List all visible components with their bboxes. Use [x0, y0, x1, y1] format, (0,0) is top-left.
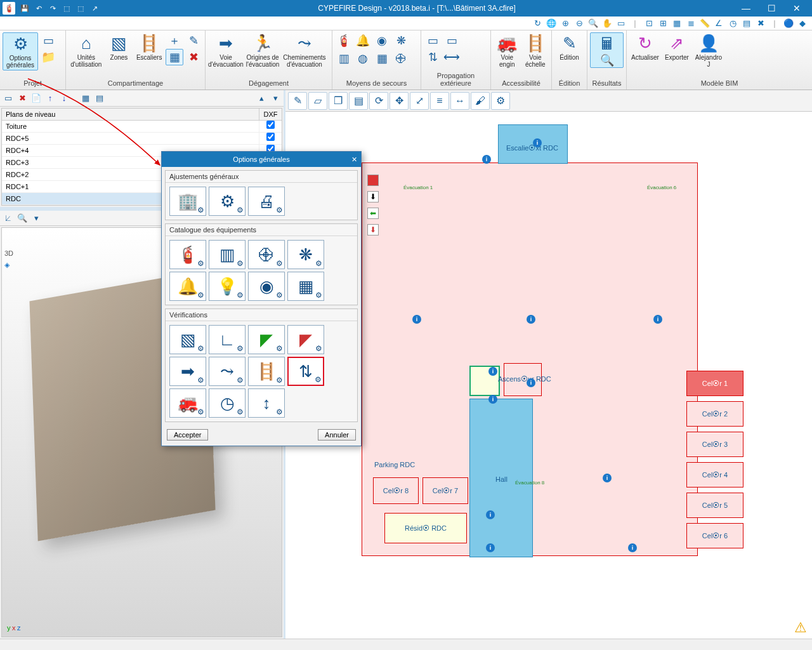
view-more-icon[interactable]: ▾: [30, 213, 42, 224]
view-cube-icon[interactable]: ◈: [4, 261, 13, 269]
user-button[interactable]: 👤Alejandro J: [693, 32, 724, 69]
qat-save-icon[interactable]: 💾: [19, 3, 30, 14]
settings-icon[interactable]: ⚙: [491, 92, 510, 110]
info-dot-icon[interactable]: i: [412, 315, 421, 324]
opt-ext-icon[interactable]: 🧯⚙: [169, 240, 206, 269]
tool-meas-icon[interactable]: 📏: [699, 18, 710, 29]
copy-icon[interactable]: ❐: [329, 92, 348, 110]
rotate-icon[interactable]: ⟳: [369, 92, 388, 110]
alarm-icon[interactable]: 🔔: [354, 32, 372, 49]
origines-button[interactable]: 🏃Origines de l'évacuation: [245, 32, 280, 69]
cheminements-button[interactable]: ⤳Cheminements d'évacuation: [282, 32, 327, 69]
tool-snap1-icon[interactable]: ⊡: [643, 18, 655, 29]
voie-echelle-button[interactable]: 🪜Voie échelle: [522, 32, 549, 69]
maximize-button[interactable]: ☐: [759, 0, 784, 17]
view-axes-icon[interactable]: ⟀: [3, 213, 14, 224]
tool-globe-icon[interactable]: 🌐: [546, 18, 557, 29]
tool-about-icon[interactable]: ◆: [797, 18, 808, 29]
side-export-icon[interactable]: ⬅: [367, 208, 379, 219]
project-open-icon[interactable]: 📁: [39, 49, 57, 65]
erase-icon[interactable]: ▱: [308, 92, 327, 110]
compart-del-icon[interactable]: ✖: [185, 49, 202, 65]
opt-hose-icon[interactable]: ▥⚙: [209, 240, 246, 269]
plan-canvas[interactable]: Escalie⦿xt RDC Ascens⦿ur RDC Hall Parkin…: [285, 112, 812, 639]
tool-ruler-icon[interactable]: ▤: [741, 18, 752, 29]
exporter-button[interactable]: ⇗Exporter: [662, 32, 691, 62]
close-button[interactable]: ✕: [784, 0, 809, 17]
opt-v3-icon[interactable]: ◤⚙: [248, 325, 285, 354]
tool-clock-icon[interactable]: ◷: [727, 18, 738, 29]
edition-button[interactable]: ✎Édition: [554, 32, 584, 62]
lvl-down-icon[interactable]: ↓: [58, 93, 70, 104]
level-dxf-check[interactable]: [259, 133, 282, 144]
opt-v7-icon[interactable]: 🪜⚙: [248, 357, 285, 386]
unites-button[interactable]: ⌂Unités d'utilisation: [69, 32, 104, 69]
lvl-copy-icon[interactable]: 📄: [30, 93, 42, 104]
info-dot-icon[interactable]: i: [482, 155, 491, 164]
scale-icon[interactable]: ⤢: [410, 92, 429, 110]
info-dot-icon[interactable]: i: [488, 395, 497, 404]
lvl-collapse-icon[interactable]: ▴: [256, 93, 267, 104]
accept-button[interactable]: Accepter: [167, 429, 208, 441]
dialog-titlebar[interactable]: Options générales ✕: [162, 152, 361, 167]
brush-icon[interactable]: 🖌: [471, 92, 490, 110]
side-record-icon[interactable]: [367, 175, 379, 186]
opt-light-icon[interactable]: 💡⚙: [209, 272, 246, 301]
opt-panel-icon[interactable]: ▦⚙: [287, 272, 324, 301]
dim-icon[interactable]: ↔: [450, 92, 469, 110]
resultats-button[interactable]: 🖩🔍: [590, 32, 624, 68]
qat-export-icon[interactable]: ↗: [89, 3, 100, 14]
zones-button[interactable]: ▧Zones: [105, 32, 133, 62]
actualiser-button[interactable]: ↻Actualiser: [629, 32, 661, 62]
lvl-new-icon[interactable]: ▭: [3, 93, 14, 104]
tool-layers-icon[interactable]: ≣: [685, 18, 697, 29]
opt-v4-icon[interactable]: ◤⚙: [287, 325, 324, 354]
tool-snap2-icon[interactable]: ⊞: [657, 18, 669, 29]
lvl-del-icon[interactable]: ✖: [16, 93, 28, 104]
side-import-icon[interactable]: ⬇: [367, 191, 379, 202]
info-dot-icon[interactable]: i: [486, 543, 495, 552]
hydrant-icon[interactable]: 𐃏: [392, 50, 410, 67]
qat-box2-icon[interactable]: ⬚: [75, 3, 86, 14]
info-dot-icon[interactable]: i: [533, 138, 542, 147]
tool-pan-icon[interactable]: ✋: [601, 18, 613, 29]
compart-add-icon[interactable]: ＋: [166, 32, 183, 49]
qat-box1-icon[interactable]: ⬚: [61, 3, 72, 14]
prop4-icon[interactable]: ⟷: [443, 49, 461, 65]
info-dot-icon[interactable]: i: [527, 315, 535, 324]
info-dot-icon[interactable]: i: [486, 510, 495, 519]
project-new-icon[interactable]: ▭: [39, 32, 57, 49]
tool-select-icon[interactable]: ▭: [615, 18, 627, 29]
wet-icon[interactable]: ▦: [373, 50, 391, 67]
dialog-close-icon[interactable]: ✕: [351, 156, 357, 164]
info-dot-icon[interactable]: i: [653, 315, 662, 324]
options-generales-button[interactable]: ⚙ Options générales: [3, 32, 38, 70]
extinguisher-icon[interactable]: 🧯: [335, 32, 353, 49]
minimize-button[interactable]: —: [733, 0, 759, 17]
compart-sel-icon[interactable]: ▦: [166, 49, 183, 65]
opt-v9-icon[interactable]: 🚒⚙: [169, 388, 206, 418]
warning-icon[interactable]: ⚠: [794, 620, 807, 636]
opt-detect-icon[interactable]: ◉⚙: [248, 272, 285, 301]
opt-v8-elevator-icon[interactable]: ⇅⚙: [287, 357, 324, 386]
opt-general-gear-icon[interactable]: ⚙⚙: [209, 187, 246, 216]
tool-ang-icon[interactable]: ∠: [713, 18, 724, 29]
opt-sprink-icon[interactable]: ❋⚙: [287, 240, 324, 269]
align-icon[interactable]: ≡: [430, 92, 449, 110]
voie-engin-button[interactable]: 🚒Voie engin: [494, 32, 521, 69]
tool-grid-icon[interactable]: ▦: [671, 18, 683, 29]
smoke-icon[interactable]: ◍: [354, 50, 372, 67]
tool-zoomfit-icon[interactable]: 🔍: [587, 18, 599, 29]
opt-v11-icon[interactable]: ↕⚙: [248, 388, 285, 418]
tool-cross-icon[interactable]: ✖: [755, 18, 766, 29]
qat-undo-icon[interactable]: ↶: [33, 3, 44, 14]
opt-v5-icon[interactable]: ➡⚙: [169, 357, 206, 386]
prop1-icon[interactable]: ▭: [424, 32, 442, 49]
info-dot-icon[interactable]: i: [488, 367, 497, 376]
move-icon[interactable]: ✥: [390, 92, 409, 110]
cancel-button[interactable]: Annuler: [318, 429, 356, 441]
level-dxf-check[interactable]: [259, 121, 282, 132]
opt-print-icon[interactable]: 🖨⚙: [248, 187, 285, 216]
escaliers-button[interactable]: 🪜Escaliers: [134, 32, 164, 62]
opt-hydrant-icon[interactable]: 𐃏⚙: [248, 240, 285, 269]
